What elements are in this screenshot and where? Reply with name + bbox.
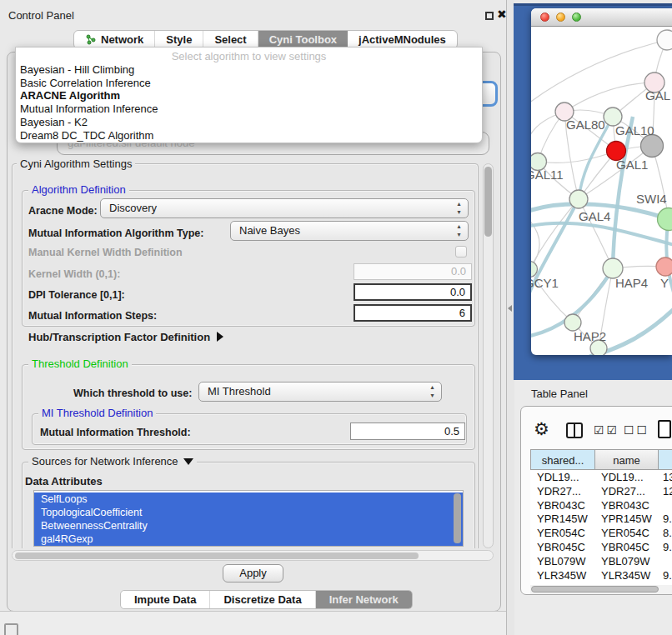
which-threshold-combobox[interactable]: MI Threshold ▴▾ xyxy=(198,382,442,402)
mi-type-value: Naive Bayes xyxy=(239,222,300,240)
tab-discretize-data[interactable]: Discretize Data xyxy=(210,591,315,608)
dpi-tolerance-field[interactable]: 0.0 xyxy=(354,283,472,301)
document-icon[interactable] xyxy=(658,420,671,438)
control-panel-title: Control Panel xyxy=(8,9,74,22)
table-cell: YBL079W xyxy=(601,555,658,568)
apply-button[interactable]: Apply xyxy=(223,564,283,582)
tab-infer-network[interactable]: Infer Network xyxy=(316,591,412,608)
close-window-icon[interactable] xyxy=(540,12,549,22)
settings-vertical-scrollbar[interactable] xyxy=(483,163,494,548)
table-row[interactable]: YDL19...YDL19...13 xyxy=(530,471,672,485)
tab-cyni-toolbox[interactable]: Cyni Toolbox xyxy=(258,31,348,48)
hub-section-toggle[interactable]: Hub/Transcription Factor Definition xyxy=(28,331,223,343)
network-window-titlebar[interactable] xyxy=(531,8,672,27)
split-collapse-arrow-icon[interactable] xyxy=(508,305,512,312)
table-row[interactable]: YBR045CYBR045C9. xyxy=(530,541,672,555)
algorithm-option[interactable]: ARACNE Algorithm xyxy=(16,89,482,102)
gear-icon[interactable]: ⚙ xyxy=(534,419,549,439)
data-attributes-list: SelfLoopsTopologicalCoefficientBetweenne… xyxy=(34,492,463,546)
network-svg[interactable]: GALGAL80GAL10GAL1GAL11GAL4SWI4GCY1HAP4YH… xyxy=(531,27,672,355)
table-row[interactable]: YBR043CYBR043C xyxy=(530,499,672,513)
attribute-item-selected[interactable]: gal4RGexp xyxy=(34,532,463,546)
settings-horizontal-scrollbar[interactable] xyxy=(12,550,494,561)
minimize-window-icon[interactable] xyxy=(556,12,565,22)
network-node-SWI4[interactable] xyxy=(658,208,672,231)
network-node-label: HAP4 xyxy=(615,276,648,290)
algorithm-option[interactable]: Dream8 DC_TDC Algorithm xyxy=(16,129,482,142)
table-cell: 13 xyxy=(663,471,672,483)
attribute-item-selected[interactable]: BetweennessCentrality xyxy=(34,519,463,532)
expanded-arrow-icon xyxy=(183,458,193,465)
sources-title: Sources for Network Inference xyxy=(32,455,178,468)
algorithm-option[interactable]: Basic Correlation Inference xyxy=(16,77,482,90)
algorithm-dropdown-placeholder: Select algorithm to view settings xyxy=(16,48,482,63)
cyni-algorithm-settings-title: Cyni Algorithm Settings xyxy=(17,158,135,170)
column-header-name[interactable]: name xyxy=(594,449,659,470)
table-cell: YDR27... xyxy=(601,485,658,498)
algorithm-dropdown-list: Bayesian - Hill ClimbingBasic Correlatio… xyxy=(16,63,482,142)
network-node[interactable] xyxy=(657,30,672,50)
attribute-item-selected[interactable]: TopologicalCoefficient xyxy=(34,506,463,519)
kernel-width-field[interactable]: 0.0 xyxy=(354,263,472,280)
mi-type-combobox[interactable]: Naive Bayes ▴▾ xyxy=(230,221,469,241)
column-header-third[interactable] xyxy=(658,449,672,470)
combobox-arrows-icon: ▴▾ xyxy=(455,222,463,239)
tab-impute-data[interactable]: Impute Data xyxy=(121,591,210,608)
attribute-item-selected[interactable]: SelfLoops xyxy=(34,492,463,506)
column-header-shared[interactable]: shared... xyxy=(530,449,595,470)
table-cell: YPR145W xyxy=(537,512,594,525)
network-tab-icon xyxy=(85,34,96,45)
maximize-window-icon[interactable] xyxy=(572,12,581,22)
network-edge-highlighted xyxy=(531,223,672,245)
algorithm-option[interactable]: Bayesian - Hill Climbing xyxy=(16,63,482,77)
network-node[interactable] xyxy=(641,135,664,158)
float-panel-icon[interactable] xyxy=(485,12,494,20)
table-cell: YBR045C xyxy=(537,541,594,553)
unchecked-boxes-icon[interactable]: ☐☐ xyxy=(624,423,649,437)
table-cell: YLR345W xyxy=(537,569,594,582)
manual-kernel-checkbox[interactable] xyxy=(455,246,467,258)
tab-style-label: Style xyxy=(166,33,192,46)
network-node-label: GCY1 xyxy=(531,276,559,290)
algorithm-option[interactable]: Bayesian - K2 xyxy=(16,116,482,129)
table-row[interactable]: YPR145WYPR145W9. xyxy=(530,512,672,527)
table-panel-title: Table Panel xyxy=(531,388,588,400)
network-node-HAP2[interactable] xyxy=(564,314,581,331)
table-cell: 9. xyxy=(663,569,672,582)
tab-select[interactable]: Select xyxy=(203,31,258,48)
attributes-scrollbar[interactable] xyxy=(454,493,461,543)
algorithm-option[interactable]: Mutual Information Inference xyxy=(16,102,482,116)
mi-steps-field[interactable]: 6 xyxy=(354,304,472,322)
tab-jactivemnodules[interactable]: jActiveMNodules xyxy=(348,31,457,48)
table-horizontal-scrollbar[interactable] xyxy=(530,585,672,594)
tab-network-label: Network xyxy=(101,33,143,46)
sources-toggle[interactable]: Sources for Network Inference xyxy=(28,455,197,468)
table-cell: 8. xyxy=(663,527,672,539)
tab-style[interactable]: Style xyxy=(155,31,203,48)
table-row[interactable]: YBL079WYBL079W xyxy=(530,555,672,569)
split-columns-icon[interactable] xyxy=(566,422,583,438)
mi-threshold-field[interactable]: 0.5 xyxy=(350,422,465,440)
table-row[interactable]: YLR345WYLR345W9. xyxy=(530,569,672,583)
table-row[interactable]: YER054CYER054C8. xyxy=(530,527,672,541)
tab-network[interactable]: Network xyxy=(74,31,155,48)
network-node-GAL4[interactable] xyxy=(569,190,588,208)
kernel-width-label: Kernel Width (0,1): xyxy=(28,268,120,280)
table-row[interactable]: YDR27...YDR27...12 xyxy=(530,485,672,499)
scrollbar-thumb[interactable] xyxy=(15,552,419,559)
network-view-window[interactable]: GALGAL80GAL10GAL1GAL11GAL4SWI4GCY1HAP4YH… xyxy=(531,8,672,355)
scrollbar-thumb[interactable] xyxy=(531,586,659,592)
application-window: Control Panel ✖ Network Style Select Cyn… xyxy=(0,0,672,635)
mi-type-label: Mutual Information Algorithm Type: xyxy=(28,228,203,239)
network-node-Y[interactable] xyxy=(656,258,672,276)
cyni-settings-viewport: Cyni Algorithm Settings Algorithm Defini… xyxy=(12,157,482,548)
minimized-panel-icon[interactable] xyxy=(4,623,18,635)
tab-infer-network-label: Infer Network xyxy=(329,593,399,606)
close-panel-icon[interactable]: ✖ xyxy=(497,8,507,21)
network-node-label: Y xyxy=(660,276,669,290)
checked-boxes-icon[interactable]: ☑☑ xyxy=(594,423,619,437)
manual-kernel-label: Manual Kernel Width Definition xyxy=(28,247,183,258)
aracne-mode-combobox[interactable]: Discovery ▴▾ xyxy=(100,198,469,218)
scrollbar-thumb[interactable] xyxy=(484,167,492,237)
tab-select-label: Select xyxy=(214,33,246,46)
